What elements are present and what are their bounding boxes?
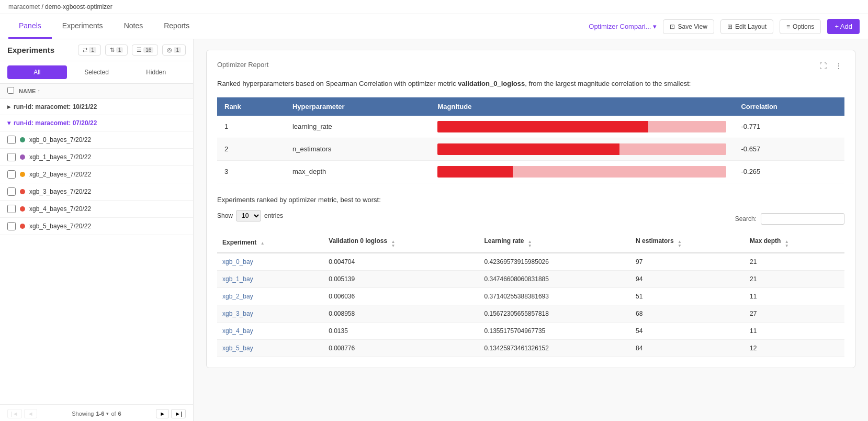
report-card-header: Optimizer Report ⛶ ⋮ bbox=[217, 61, 844, 71]
list-item[interactable]: xgb_5_bayes_7/20/22 bbox=[0, 218, 193, 235]
chevron-down-icon: ▾ bbox=[653, 23, 657, 30]
sort-validation-icon: ▲▼ bbox=[391, 240, 395, 248]
search-input[interactable] bbox=[761, 213, 844, 225]
sidebar-tab-hidden[interactable]: Hidden bbox=[126, 65, 186, 79]
breadcrumb-org[interactable]: maracomet bbox=[8, 3, 40, 10]
corr-rank: 2 bbox=[217, 138, 285, 160]
sync-icon: ⇄ bbox=[83, 47, 87, 53]
sort-experiment-icon: ▲ bbox=[261, 241, 265, 246]
ranked-ne: 84 bbox=[630, 339, 745, 357]
exp-checkbox-1[interactable] bbox=[7, 153, 16, 161]
exp-checkbox-4[interactable] bbox=[7, 205, 16, 213]
expand-icon[interactable]: ⛶ bbox=[817, 61, 829, 71]
table-row: 2 n_estimators -0.657 bbox=[217, 138, 844, 160]
sidebar-tab-all[interactable]: All bbox=[7, 65, 67, 79]
save-view-label: Save View bbox=[678, 23, 707, 30]
view-selector-label: Optimizer Compari... bbox=[589, 23, 651, 30]
add-button[interactable]: + Add bbox=[827, 19, 860, 34]
tab-reports[interactable]: Reports bbox=[153, 14, 200, 39]
bar-pink bbox=[648, 121, 726, 132]
exp-checkbox-0[interactable] bbox=[7, 136, 16, 144]
sidebar-tab-filters: All Selected Hidden bbox=[0, 61, 193, 84]
exp-checkbox-2[interactable] bbox=[7, 170, 16, 179]
columns-count: 16 bbox=[143, 47, 153, 53]
tab-notes[interactable]: Notes bbox=[114, 14, 154, 39]
nav-tabs: Panels Experiments Notes Reports bbox=[8, 14, 589, 39]
ranked-header-learning-rate[interactable]: Learning rate ▲▼ bbox=[479, 233, 630, 253]
ranked-exp: xgb_4_bay bbox=[217, 322, 323, 339]
sidebar-tab-selected[interactable]: Selected bbox=[67, 65, 127, 79]
ranked-validation: 0.008776 bbox=[323, 339, 479, 357]
exp-dot-0 bbox=[20, 137, 25, 142]
ranked-header-n-estimators[interactable]: N estimators ▲▼ bbox=[630, 233, 745, 253]
first-page-button[interactable]: |◄ bbox=[7, 409, 22, 418]
corr-header-magnitude: Magnitude bbox=[430, 97, 734, 116]
table-row: xgb_3_bay 0.008958 0.15672305655857818 6… bbox=[217, 305, 844, 322]
list-item[interactable]: xgb_0_bayes_7/20/22 bbox=[0, 131, 193, 149]
prev-page-button[interactable]: ◄ bbox=[24, 409, 37, 418]
bar-pink bbox=[513, 166, 726, 178]
options-button[interactable]: ≡ Options bbox=[780, 19, 821, 34]
group-row-0720[interactable]: ▾ run-id: maracomet: 07/20/22 bbox=[0, 115, 193, 131]
group-row-1021[interactable]: ▸ run-id: maracomet: 10/21/22 bbox=[0, 99, 193, 115]
exp-link[interactable]: xgb_4_bay bbox=[222, 327, 253, 335]
showing-label: Showing bbox=[72, 411, 94, 417]
exp-link[interactable]: xgb_1_bay bbox=[222, 275, 253, 283]
ranked-validation: 0.008958 bbox=[323, 305, 479, 322]
tab-experiments[interactable]: Experiments bbox=[52, 14, 114, 39]
ranked-header-validation[interactable]: Validation 0 logloss ▲▼ bbox=[323, 233, 479, 253]
tab-panels[interactable]: Panels bbox=[8, 14, 52, 39]
exp-checkbox-3[interactable] bbox=[7, 187, 16, 196]
ranked-ne: 97 bbox=[630, 253, 745, 271]
ranked-lr: 0.13425973461326152 bbox=[479, 339, 630, 357]
report-card: Optimizer Report ⛶ ⋮ Ranked hyperparamet… bbox=[206, 50, 855, 368]
exp-link[interactable]: xgb_2_bay bbox=[222, 293, 253, 300]
filter-columns-badge[interactable]: ☰ 16 bbox=[132, 45, 158, 56]
corr-correlation: -0.771 bbox=[734, 116, 844, 138]
exp-dot-1 bbox=[20, 154, 25, 160]
bar-red bbox=[437, 166, 513, 178]
content-area: Optimizer Report ⛶ ⋮ Ranked hyperparamet… bbox=[194, 39, 868, 421]
save-view-button[interactable]: ⊡ Save View bbox=[663, 19, 714, 34]
search-label: Search: bbox=[735, 215, 757, 223]
exp-checkbox-5[interactable] bbox=[7, 222, 16, 230]
filter-icon: ⇅ bbox=[110, 47, 115, 53]
ranked-md: 21 bbox=[745, 253, 844, 271]
bar-pink bbox=[619, 143, 726, 155]
last-page-button[interactable]: ►| bbox=[171, 409, 186, 418]
view-selector[interactable]: Optimizer Compari... ▾ bbox=[589, 23, 657, 30]
table-row: 1 learning_rate -0.771 bbox=[217, 116, 844, 138]
corr-hyperparameter: n_estimators bbox=[285, 138, 431, 160]
corr-magnitude bbox=[430, 116, 734, 138]
filter-sync-badge[interactable]: ⇄ 1 bbox=[78, 45, 101, 56]
more-options-icon[interactable]: ⋮ bbox=[833, 61, 844, 71]
ranked-ne: 54 bbox=[630, 322, 745, 339]
select-all-checkbox[interactable] bbox=[7, 87, 14, 94]
exp-link[interactable]: xgb_5_bay bbox=[222, 345, 253, 352]
exp-link[interactable]: xgb_3_bay bbox=[222, 310, 253, 317]
list-item[interactable]: xgb_3_bayes_7/20/22 bbox=[0, 183, 193, 201]
exp-link[interactable]: xgb_0_bay bbox=[222, 258, 253, 265]
entries-select[interactable]: 10 25 50 bbox=[236, 210, 261, 221]
description-text: Ranked hyperparameters based on Spearman… bbox=[217, 79, 844, 89]
options-label: Options bbox=[793, 23, 814, 30]
filter-sort-badge[interactable]: ⇅ 1 bbox=[105, 45, 128, 56]
bar-red bbox=[437, 143, 619, 155]
ranked-md: 12 bbox=[745, 339, 844, 357]
table-row: xgb_2_bay 0.006036 0.37140255388381693 5… bbox=[217, 287, 844, 305]
nav-right: Optimizer Compari... ▾ ⊡ Save View ⊞ Edi… bbox=[589, 19, 860, 34]
corr-correlation: -0.657 bbox=[734, 138, 844, 160]
list-item[interactable]: xgb_1_bayes_7/20/22 bbox=[0, 149, 193, 166]
next-page-button[interactable]: ► bbox=[156, 409, 169, 418]
chevron-down-icon-group: ▾ bbox=[7, 119, 10, 127]
chevron-right-icon: ▸ bbox=[7, 103, 10, 110]
list-item[interactable]: xgb_4_bayes_7/20/22 bbox=[0, 201, 193, 218]
table-row: xgb_0_bay 0.004704 0.42369573915985026 9… bbox=[217, 253, 844, 271]
dropdown-arrow: ▾ bbox=[106, 411, 109, 416]
pagination: |◄ ◄ Showing 1-6 ▾ of 6 ► ►| bbox=[0, 404, 193, 421]
ranked-header-experiment[interactable]: Experiment ▲ bbox=[217, 233, 323, 253]
ranked-header-max-depth[interactable]: Max depth ▲▼ bbox=[745, 233, 844, 253]
edit-layout-button[interactable]: ⊞ Edit Layout bbox=[720, 19, 773, 34]
filter-eye-badge[interactable]: ◎ 1 bbox=[162, 45, 186, 56]
list-item[interactable]: xgb_2_bayes_7/20/22 bbox=[0, 166, 193, 183]
